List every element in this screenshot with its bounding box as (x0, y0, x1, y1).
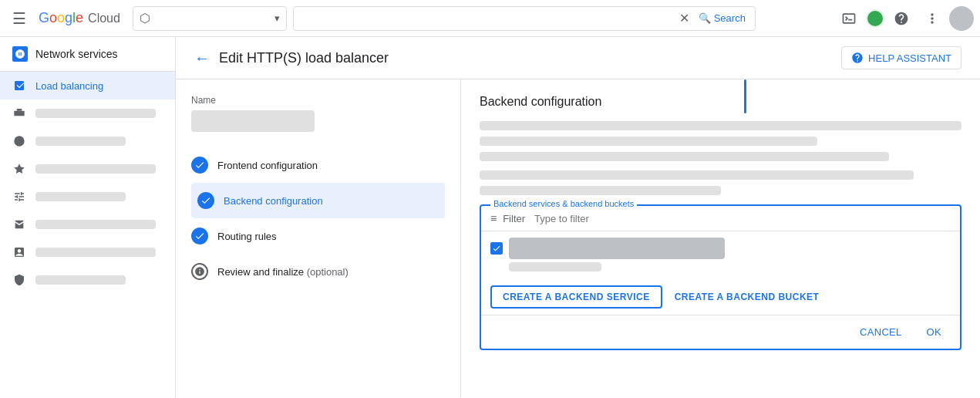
filter-input[interactable] (534, 213, 664, 224)
item5-icon (12, 191, 26, 203)
item4-icon (12, 163, 26, 175)
backend-services-box: Backend services & backend buckets ≡ Fil… (480, 204, 961, 350)
back-button[interactable]: ← (194, 49, 210, 67)
page-header-left: ← Edit HTTP(S) load balancer (194, 49, 389, 67)
two-column-layout: Name Frontend configuration (176, 79, 980, 398)
step-frontend-configuration[interactable]: Frontend configuration (191, 147, 445, 183)
bs-sub-skeleton (509, 262, 601, 272)
project-selector[interactable]: ⬡ ▾ (133, 6, 287, 31)
project-dots-icon: ⬡ (140, 11, 150, 25)
help-icon-btn[interactable] (887, 5, 915, 32)
sidebar-item-8[interactable] (0, 266, 175, 294)
google-cloud-logo: Google Cloud (39, 10, 120, 26)
left-panel: Name Frontend configuration (176, 79, 461, 398)
name-field-skeleton (191, 110, 315, 132)
search-icon: 🔍 (699, 12, 711, 24)
step4-label: Review and finalize (optional) (217, 266, 349, 278)
skeleton-row-3 (480, 152, 889, 161)
bs-checkbox[interactable] (490, 242, 503, 255)
logo-text: Cloud (88, 12, 120, 25)
sidebar-item-4[interactable] (0, 155, 175, 183)
help-assistant-label: HELP ASSISTANT (868, 52, 951, 64)
topbar-actions (835, 5, 974, 32)
item3-icon (12, 135, 26, 147)
terminal-icon-btn[interactable] (835, 5, 863, 32)
sidebar-item-5[interactable] (0, 183, 175, 211)
item6-icon (12, 218, 26, 231)
sidebar-section-title: Network services (0, 37, 175, 72)
network-services-icon (12, 46, 28, 62)
topbar: ☰ Google Cloud ⬡ ▾ ✕ 🔍 Search (0, 0, 980, 37)
sidebar-item-6[interactable] (0, 211, 175, 238)
search-input[interactable] (300, 12, 673, 24)
bs-item-skeleton (509, 238, 725, 259)
page-title: Edit HTTP(S) load balancer (219, 50, 389, 66)
item2-icon (12, 107, 26, 120)
sidebar-title: Network services (35, 48, 118, 60)
bs-entry (481, 231, 960, 278)
main-layout: Network services Load balancing (0, 37, 980, 398)
bs-actions: CREATE A BACKEND SERVICE CREATE A BACKEN… (481, 278, 960, 315)
step4-info-icon (191, 263, 208, 280)
step-backend-configuration[interactable]: Backend configuration (191, 183, 445, 218)
step2-label: Backend configuration (224, 195, 323, 207)
sidebar-item-2[interactable] (0, 100, 175, 127)
avatar[interactable] (949, 6, 974, 31)
skeleton-row-5 (480, 186, 721, 195)
filter-label: Filter (503, 213, 525, 224)
item8-icon (12, 274, 26, 286)
search-button[interactable]: 🔍 Search (695, 12, 749, 24)
section-title: Backend configuration (480, 95, 961, 109)
cancel-button[interactable]: CANCEL (850, 322, 911, 342)
step2-done-icon (197, 192, 214, 209)
help-assistant-button[interactable]: HELP ASSISTANT (841, 46, 961, 69)
menu-icon[interactable]: ☰ (6, 3, 32, 34)
step3-done-icon (191, 228, 208, 245)
step3-label: Routing rules (217, 231, 277, 242)
page-header: ← Edit HTTP(S) load balancer HELP ASSIST… (176, 37, 980, 79)
create-backend-bucket-button[interactable]: CREATE A BACKEND BUCKET (675, 287, 820, 307)
content-area: ← Edit HTTP(S) load balancer HELP ASSIST… (176, 37, 980, 398)
step-routing-rules[interactable]: Routing rules (191, 218, 445, 254)
more-options-icon-btn[interactable] (918, 5, 946, 32)
sidebar-item-label: Load balancing (35, 80, 103, 92)
name-label: Name (191, 95, 445, 106)
step-review-finalize[interactable]: Review and finalize (optional) (191, 254, 445, 289)
status-circle (866, 9, 884, 28)
filter-icon: ≡ (490, 212, 497, 224)
filter-row: ≡ Filter (481, 206, 960, 231)
backend-services-label: Backend services & backend buckets (490, 199, 637, 208)
sidebar: Network services Load balancing (0, 37, 176, 398)
step1-done-icon (191, 157, 208, 174)
svg-rect-0 (14, 111, 24, 116)
load-balancing-icon (12, 79, 26, 92)
create-backend-service-button[interactable]: CREATE A BACKEND SERVICE (490, 285, 662, 309)
svg-point-2 (14, 136, 24, 146)
step1-label: Frontend configuration (217, 160, 318, 171)
item7-icon (12, 246, 26, 258)
bs-footer: CANCEL OK (481, 315, 960, 349)
skeleton-row-4 (480, 170, 914, 180)
skeleton-row-1 (480, 121, 961, 130)
clear-icon[interactable]: ✕ (679, 11, 689, 25)
ok-button[interactable]: OK (918, 322, 951, 342)
skeleton-row-2 (480, 137, 817, 146)
svg-rect-1 (17, 109, 22, 111)
search-bar[interactable]: ✕ 🔍 Search (293, 6, 756, 31)
bs-item-row (490, 238, 951, 259)
sidebar-item-3[interactable] (0, 127, 175, 155)
search-label: Search (714, 12, 746, 24)
sidebar-item-load-balancing[interactable]: Load balancing (0, 72, 175, 100)
chevron-down-icon: ▾ (274, 12, 280, 24)
step-list: Frontend configuration Backend configura… (191, 147, 445, 289)
sidebar-item-7[interactable] (0, 238, 175, 266)
right-panel: Backend configuration Backend services &… (461, 79, 980, 398)
